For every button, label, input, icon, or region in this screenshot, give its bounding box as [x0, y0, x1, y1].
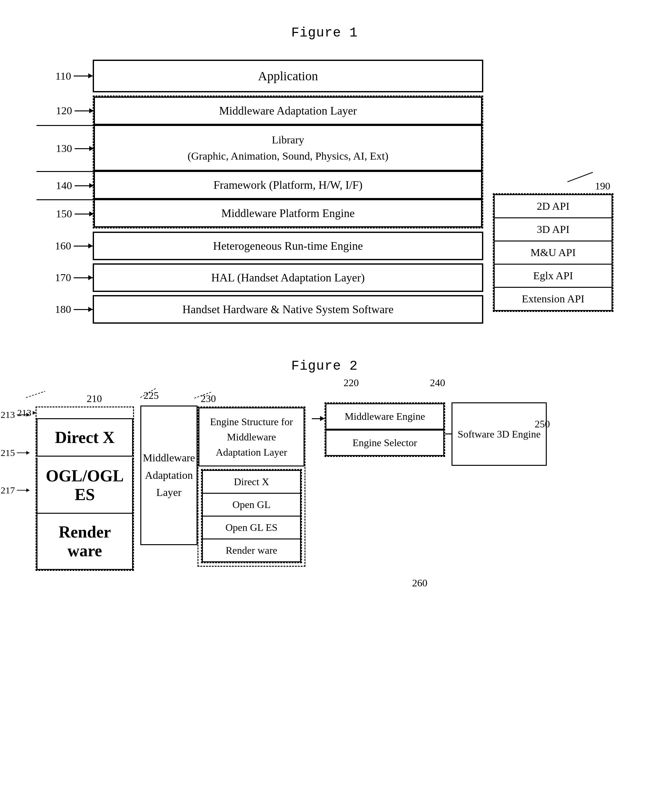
row-213: 213 — [37, 408, 133, 418]
arrow-130 — [75, 148, 94, 149]
arrow-170 — [73, 277, 93, 278]
fig2-col3-inner-dashed: Direct X Open GL Open GL ES Render ware — [201, 469, 302, 563]
fig2-col2: 225 MiddlewareAdaptationLayer — [140, 406, 197, 545]
ref-210: 210 — [45, 393, 144, 404]
ref-240: 240 — [430, 377, 445, 389]
fig2-col5: 250 Software 3D Engine — [452, 402, 547, 466]
ref-190: 190 — [493, 180, 610, 192]
fig2-col4: 220 240 Middleware Engine Engine Selecto… — [324, 393, 445, 457]
arrow-col3-col4 — [312, 418, 324, 419]
box-directx-2: Direct X — [202, 470, 301, 494]
box-mnu-api: M&U API — [494, 241, 612, 265]
box-opengles: Open GL ES — [202, 517, 301, 539]
arrow-150 — [75, 214, 94, 215]
box-engine-selector: Engine Selector — [326, 430, 444, 456]
box-handset-hw: Handset Hardware & Native System Softwar… — [93, 295, 483, 324]
page: Figure 1 110 Application 1 — [0, 0, 649, 812]
row-120: 120 Middleware Adaptation Layer — [37, 96, 482, 125]
svg-line-2 — [140, 388, 156, 398]
box-middleware-platform: Middleware Platform Engine — [94, 200, 482, 227]
row-130: 130 Library(Graphic, Animation, Sound, P… — [37, 125, 482, 171]
arrow-140 — [75, 185, 94, 186]
ref-215: 215 — [1, 447, 15, 458]
ref-160: 160 — [35, 240, 73, 252]
ref-190-connector — [567, 171, 599, 183]
ref-250: 250 — [535, 418, 550, 430]
ref-170: 170 — [35, 272, 73, 284]
fig2-col1-dashed: 213 Direct X OGL/OGL ES Render ware — [35, 406, 134, 571]
row-180: 180 Handset Hardware & Native System Sof… — [35, 295, 483, 324]
row-110: 110 Application — [35, 60, 483, 92]
ref-130: 130 — [37, 142, 75, 154]
box-framework: Framework (Platform, H/W, I/F) — [94, 172, 482, 199]
ref-140: 140 — [37, 180, 75, 192]
fig2-col3: 230 Engine Structure forMiddlewareAdapta… — [197, 393, 305, 567]
figure1: Figure 1 110 Application 1 — [35, 25, 614, 327]
ref-110: 110 — [35, 70, 73, 82]
svg-line-1 — [26, 391, 45, 398]
ref-225-line — [140, 386, 166, 399]
ref-230: 230 — [201, 393, 305, 404]
arrow-160 — [73, 246, 93, 247]
svg-line-3 — [194, 392, 212, 398]
arrow-110 — [73, 76, 93, 76]
fig2-layout: 210 213 Direct X — [35, 393, 614, 571]
fig2-col3-dashed: Engine Structure forMiddlewareAdaptation… — [197, 406, 305, 567]
box-ogl: OGL/OGL ES — [37, 458, 133, 514]
arrow-213 — [33, 412, 36, 413]
box-renderware: Render ware — [37, 514, 133, 570]
ref-217-connector: 217 — [1, 485, 29, 496]
middleware-layer-label: MiddlewareAdaptationLayer — [143, 449, 195, 501]
fig1-right-apis: 190 2D API 3D API M&U API Eglx API Exten… — [493, 180, 614, 312]
box-hal: HAL (Handset Adaptation Layer) — [93, 263, 483, 292]
box-engine-structure: Engine Structure forMiddlewareAdaptation… — [199, 408, 305, 466]
box-eglx-api: Eglx API — [494, 265, 612, 288]
box-3d-api: 3D API — [494, 218, 612, 241]
box-2d-api: 2D API — [494, 194, 612, 218]
box-renderware-2: Render ware — [202, 539, 301, 562]
row-160: 160 Heterogeneous Run-time Engine — [35, 232, 483, 260]
ref-260: 260 — [226, 577, 614, 589]
fig2-col1: 210 213 Direct X — [35, 393, 134, 571]
row-140: 140 Framework (Platform, H/W, I/F) — [37, 171, 482, 199]
svg-line-0 — [567, 172, 593, 182]
ref-217: 217 — [1, 485, 15, 496]
box-middleware-adaptation: Middleware Adaptation Layer — [94, 96, 482, 125]
ref-230-line — [194, 390, 220, 400]
ref-213: 213 — [1, 409, 15, 420]
ref-213-connector: 213 — [1, 409, 29, 420]
software-3d-label: Software 3D Engine — [458, 426, 540, 442]
ref-180: 180 — [35, 303, 73, 315]
row-170: 170 HAL (Handset Adaptation Layer) — [35, 263, 483, 292]
arrow-180 — [73, 309, 93, 310]
box-extension-api: Extension API — [494, 288, 612, 311]
dashed-api-group: 2D API 3D API M&U API Eglx API Extension… — [493, 193, 614, 312]
box-software-3d: Software 3D Engine — [452, 402, 547, 466]
figure2: Figure 2 210 213 — [35, 359, 614, 589]
ref-120: 120 — [37, 105, 75, 117]
box-directx: Direct X — [37, 418, 133, 456]
row-150: 150 Middleware Platform Engine — [37, 199, 482, 227]
dashed-group-120-150: 120 Middleware Adaptation Layer 130 Libr… — [93, 96, 483, 229]
box-heterogeneous: Heterogeneous Run-time Engine — [93, 232, 483, 260]
figure1-title: Figure 1 — [35, 25, 614, 41]
box-library: Library(Graphic, Animation, Sound, Physi… — [94, 126, 482, 171]
fig2-col4-dashed: Middleware Engine Engine Selector — [324, 402, 445, 457]
ref-220: 220 — [344, 377, 359, 389]
ref-225: 225 — [144, 390, 159, 401]
ref-215-connector: 215 — [1, 447, 29, 458]
arr-215 — [17, 452, 29, 453]
ref-210-line — [26, 390, 51, 399]
box-opengl: Open GL — [202, 494, 301, 517]
figure2-title: Figure 2 — [35, 359, 614, 374]
box-application: Application — [93, 60, 483, 92]
box-middleware-layer: MiddlewareAdaptationLayer — [140, 406, 197, 545]
ref-150: 150 — [37, 208, 75, 220]
arrow-120 — [75, 110, 94, 111]
arr-217 — [17, 490, 29, 491]
box-middleware-engine: Middleware Engine — [326, 403, 444, 430]
arr-213 — [17, 414, 29, 415]
